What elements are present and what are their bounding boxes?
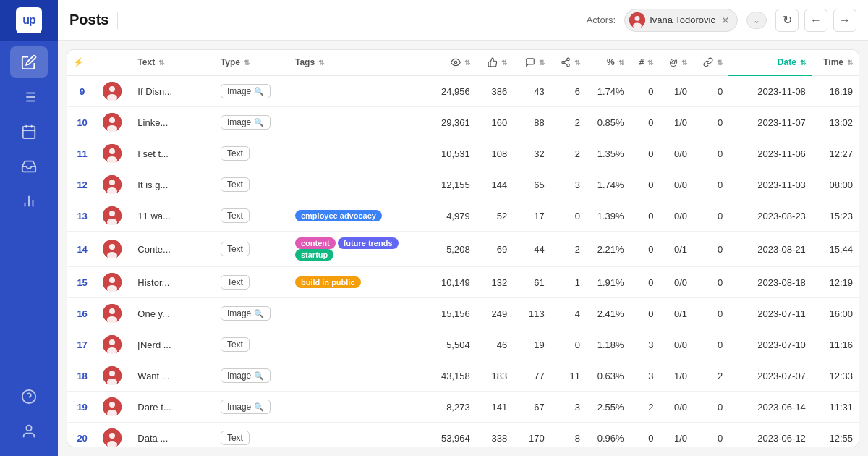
cell-date: 2023-08-21 — [728, 232, 812, 267]
cell-text[interactable]: Histor... — [132, 267, 215, 298]
cell-text[interactable]: Linke... — [132, 107, 215, 138]
col-header-views[interactable]: ⇅ — [422, 50, 475, 75]
cell-text[interactable]: 11 wa... — [132, 200, 215, 232]
svg-point-59 — [109, 433, 115, 439]
cell-type[interactable]: Text — [215, 329, 289, 360]
cell-hash: 3 — [630, 329, 660, 360]
cell-type[interactable]: Image 🔍 — [215, 298, 289, 329]
tag-pill[interactable]: future trends — [338, 237, 399, 249]
cell-num[interactable]: 19 — [67, 392, 97, 423]
cell-text[interactable]: It is g... — [132, 169, 215, 200]
col-header-shares[interactable]: ⇅ — [550, 50, 586, 75]
cell-num[interactable]: 15 — [67, 267, 97, 298]
posts-table-container: ⚡ Text ⇅ Type ⇅ Tags ⇅ — [67, 49, 859, 447]
cell-num[interactable]: 17 — [67, 329, 97, 360]
cell-time: 12:33 — [812, 360, 859, 392]
col-header-tags[interactable]: Tags ⇅ — [289, 50, 422, 75]
col-header-type[interactable]: Type ⇅ — [215, 50, 289, 75]
actor-expand-chip[interactable]: ⌄ — [746, 12, 767, 29]
cell-shares: 2 — [550, 107, 586, 138]
table-row: 14Conte...Textcontentfuture trendsstartu… — [67, 232, 859, 267]
cell-views: 24,956 — [422, 75, 475, 107]
svg-point-56 — [109, 402, 115, 408]
cell-text[interactable]: I set t... — [132, 138, 215, 169]
col-header-text[interactable]: Text ⇅ — [132, 50, 215, 75]
avatar — [103, 273, 122, 292]
cell-num[interactable]: 9 — [67, 75, 97, 107]
cell-num[interactable]: 13 — [67, 200, 97, 232]
cell-likes: 108 — [476, 138, 514, 169]
col-header-date[interactable]: Date ⇅ — [728, 50, 812, 75]
cell-shares: 2 — [550, 138, 586, 169]
col-header-time[interactable]: Time ⇅ — [812, 50, 859, 75]
cell-link: 0 — [693, 138, 728, 169]
cell-time: 08:00 — [812, 169, 859, 200]
cell-type[interactable]: Text — [215, 138, 289, 169]
cell-num[interactable]: 20 — [67, 423, 97, 448]
back-button[interactable]: ← — [804, 9, 827, 32]
cell-link: 0 — [693, 298, 728, 329]
cell-text[interactable]: [Nerd ... — [132, 329, 215, 360]
cell-type[interactable]: Image 🔍 — [215, 107, 289, 138]
cell-at: 0/0 — [659, 329, 693, 360]
sidebar-item-chart[interactable] — [10, 185, 48, 217]
cell-tags — [289, 392, 422, 423]
cell-type[interactable]: Image 🔍 — [215, 392, 289, 423]
cell-num[interactable]: 18 — [67, 360, 97, 392]
cell-time: 11:16 — [812, 329, 859, 360]
cell-type[interactable]: Text — [215, 423, 289, 448]
cell-type[interactable]: Image 🔍 — [215, 75, 289, 107]
cell-num[interactable]: 10 — [67, 107, 97, 138]
actor-avatar — [629, 12, 645, 28]
tag-pill[interactable]: content — [295, 237, 336, 249]
header-divider — [117, 12, 118, 29]
sidebar-item-help[interactable] — [10, 381, 48, 413]
cell-time: 16:00 — [812, 298, 859, 329]
cell-type[interactable]: Text — [215, 232, 289, 267]
svg-point-21 — [562, 61, 565, 64]
sidebar-item-user[interactable] — [10, 415, 48, 447]
app-logo: up — [0, 0, 58, 41]
sidebar-nav — [10, 41, 48, 381]
svg-point-17 — [635, 16, 640, 21]
col-header-comments[interactable]: ⇅ — [513, 50, 550, 75]
cell-date: 2023-08-23 — [728, 200, 812, 232]
col-header-pct[interactable]: % ⇅ — [586, 50, 630, 75]
table-row: 9If Disn...Image 🔍24,9563864361.74%01/00… — [67, 75, 859, 107]
cell-comments: 43 — [513, 75, 550, 107]
cell-num[interactable]: 16 — [67, 298, 97, 329]
cell-type[interactable]: Text — [215, 267, 289, 298]
cell-at: 0/0 — [659, 200, 693, 232]
tag-pill[interactable]: build in public — [295, 276, 361, 288]
sidebar-item-edit[interactable] — [10, 46, 48, 78]
tag-pill[interactable]: employee advocacy — [295, 210, 382, 221]
cell-views: 10,149 — [422, 267, 475, 298]
cell-text[interactable]: Conte... — [132, 232, 215, 267]
forward-button[interactable]: → — [833, 9, 856, 32]
cell-shares: 4 — [550, 298, 586, 329]
col-header-filter[interactable]: ⚡ — [67, 50, 97, 75]
sidebar-item-calendar[interactable] — [10, 116, 48, 148]
cell-link: 0 — [693, 169, 728, 200]
actor-remove-button[interactable]: ✕ — [721, 14, 730, 26]
cell-text[interactable]: Want ... — [132, 360, 215, 392]
col-header-at[interactable]: @ ⇅ — [659, 50, 693, 75]
cell-num[interactable]: 14 — [67, 232, 97, 267]
refresh-button[interactable]: ↻ — [775, 9, 799, 32]
sidebar-item-inbox[interactable] — [10, 151, 48, 182]
cell-text[interactable]: One y... — [132, 298, 215, 329]
cell-num[interactable]: 12 — [67, 169, 97, 200]
sidebar-item-list[interactable] — [10, 81, 48, 113]
cell-num[interactable]: 11 — [67, 138, 97, 169]
col-header-hash[interactable]: # ⇅ — [630, 50, 660, 75]
col-header-link[interactable]: ⇅ — [693, 50, 728, 75]
col-header-likes[interactable]: ⇅ — [476, 50, 514, 75]
tag-pill[interactable]: startup — [295, 249, 333, 261]
cell-text[interactable]: If Disn... — [132, 75, 215, 107]
cell-text[interactable]: Data ... — [132, 423, 215, 448]
cell-text[interactable]: Dare t... — [132, 392, 215, 423]
cell-type[interactable]: Text — [215, 169, 289, 200]
user-icon — [21, 423, 37, 439]
cell-type[interactable]: Image 🔍 — [215, 360, 289, 392]
cell-type[interactable]: Text — [215, 200, 289, 232]
